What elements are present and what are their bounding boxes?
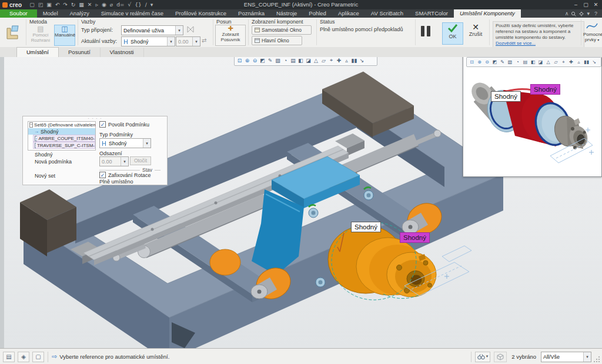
pomoci-rozhrani-button[interactable]: ▤ Pomocí Rozhraní — [28, 25, 53, 46]
spin-center-icon[interactable]: ✚ — [567, 59, 575, 65]
constraint-list-item[interactable]: Shodný — [35, 152, 53, 158]
offset-value-input[interactable]: 0.00▾ — [176, 36, 200, 46]
component-window[interactable]: ⊡ ⊕ ⊖ ◩ ✎ ▧ ◔ ▤ ◧ ◪ △ ▱ ⌖ ✚ ▵ ▮▮ ↘ — [463, 57, 602, 177]
open-icon[interactable]: ◰ — [38, 2, 44, 8]
odsazeni-input[interactable]: 0.00▾ — [99, 156, 129, 166]
preview-constraint-label-white[interactable]: Shodný — [491, 91, 521, 102]
pomocne-prvky-button[interactable]: Pomocnéprvky ▾ — [583, 20, 601, 42]
windows-icon[interactable]: ▦ — [79, 2, 84, 8]
typ-podminky-select[interactable]: Shodný▾ — [99, 138, 151, 148]
zafixovani-rotace-checkbox[interactable]: ✓ Zafixování Rotace — [99, 172, 151, 178]
regenerate-icon[interactable]: ↻ — [71, 2, 76, 8]
tab-av-scribatch[interactable]: AV ScriBatch — [365, 9, 409, 18]
measure-icon[interactable]: ⌀ — [110, 2, 113, 8]
window-toggle-icon[interactable]: ▢ — [32, 352, 44, 362]
select-items-button[interactable] — [494, 352, 507, 362]
flip-offset-icon[interactable]: ⇄ — [202, 38, 206, 44]
tree-row-reference-2[interactable]: TRAVERSE_SUP_C-ITSM- — [33, 142, 95, 149]
new-set-item[interactable]: Nový set — [35, 173, 55, 179]
maximize-button[interactable]: ▢ — [581, 2, 591, 8]
exit-fullscreen-icon[interactable]: ↘ — [358, 58, 366, 64]
tree-row-selected-constraint[interactable]: → Shodný — [28, 128, 95, 135]
datum-plane-display-icon[interactable]: ▱ — [320, 58, 327, 64]
relations-icon[interactable]: √ — [128, 2, 131, 8]
selection-filter-select[interactable]: All/Vše▾ — [541, 352, 591, 362]
manualne-button[interactable]: ◫ Manuálně — [54, 25, 75, 46]
web-browser-toggle-icon[interactable]: ◈ — [18, 352, 29, 362]
povolit-podminku-checkbox[interactable]: ✓ Povolit Podmínku — [99, 121, 149, 128]
hlavni-okno-button[interactable]: Hlavní Okno — [252, 36, 302, 45]
zoom-in-icon[interactable]: ⊕ — [476, 59, 483, 65]
tab-pohled[interactable]: Pohled — [303, 9, 332, 18]
annotation-display-icon[interactable]: ▵ — [343, 58, 350, 64]
datum-axis-display-icon[interactable]: ⌖ — [560, 59, 567, 65]
tab-analyzy[interactable]: Analýzy — [64, 9, 95, 18]
panel-drag-handle[interactable]: · · · · — [23, 116, 167, 121]
close-window-icon[interactable]: ✕ — [88, 2, 92, 8]
minimize-button[interactable]: – — [571, 2, 581, 8]
orientation-icon[interactable]: ◔ — [514, 59, 521, 65]
web-icon[interactable]: ◉ — [102, 2, 106, 8]
constraint-label-magenta[interactable]: Shodný — [400, 232, 430, 243]
perspective-icon[interactable]: △ — [544, 59, 552, 65]
pause-button[interactable] — [421, 26, 436, 39]
tab-soubor[interactable]: Soubor — [0, 9, 37, 18]
parameters-icon[interactable]: {} — [135, 2, 141, 8]
zoom-in-icon[interactable]: ⊕ — [243, 58, 251, 64]
tab-nastroje[interactable]: Nástroje — [270, 9, 303, 18]
sketch-display-icon[interactable]: ✎ — [499, 59, 506, 65]
tab-model[interactable]: Model — [37, 9, 64, 18]
typ-pripojeni-select[interactable]: Definované uživa▾ — [121, 25, 183, 35]
tab-simulace[interactable]: Simulace v reálném čase — [95, 9, 169, 18]
new-file-icon[interactable]: ▢ — [29, 2, 35, 8]
undo-icon[interactable]: ↶ — [55, 2, 60, 8]
repaint-icon[interactable]: ◩ — [491, 59, 499, 65]
zoom-out-icon[interactable]: ⊖ — [483, 59, 491, 65]
search-icon[interactable] — [571, 11, 576, 16]
redo-icon[interactable]: ↷ — [63, 2, 68, 8]
zoom-out-icon[interactable]: ⊖ — [251, 58, 259, 64]
tab-aplikace[interactable]: Aplikace — [332, 9, 365, 18]
saved-views-icon[interactable]: ▤ — [521, 59, 529, 65]
spin-center-icon[interactable]: ✚ — [335, 58, 343, 64]
pause-icon[interactable]: ▮▮ — [350, 58, 358, 64]
refit-icon[interactable]: ⊡ — [468, 59, 476, 65]
perspective-icon[interactable]: △ — [312, 58, 320, 64]
tab-profilove-konstrukce[interactable]: Profilové Konstrukce — [169, 9, 232, 18]
play-icon[interactable]: ▹ — [95, 2, 98, 8]
datum-axis-display-icon[interactable]: ⌖ — [327, 57, 335, 64]
collapse-ribbon-icon[interactable]: ∧ — [565, 11, 569, 16]
tree-row-set[interactable]: − Set65 (Definované uživatelem) — [28, 122, 95, 128]
bounding-box-icon[interactable]: ▧ — [274, 58, 282, 64]
bounding-box-icon[interactable]: ▧ — [506, 59, 514, 65]
aktualni-vazby-select[interactable]: Shodný▾ — [121, 36, 175, 46]
gear-icon[interactable] — [578, 11, 584, 16]
line-style-icon[interactable]: ∕ — [145, 2, 147, 8]
ok-button[interactable]: OK — [442, 22, 463, 45]
resize-grip[interactable] — [594, 355, 601, 362]
dimension-icon[interactable]: d= — [116, 2, 124, 8]
qat-overflow-icon[interactable]: ▾ — [150, 2, 153, 8]
graphics-area[interactable]: ⊡ ⊕ ⊖ ◩ ✎ ▧ ◔ ▤ ◧ ◪ △ ▱ ⌖ ✚ ▵ ▮▮ ↘ · · ·… — [0, 57, 602, 348]
new-constraint-item[interactable]: Nová podmínka — [35, 159, 72, 165]
repaint-icon[interactable]: ◩ — [259, 58, 266, 64]
saved-views-icon[interactable]: ▤ — [289, 58, 297, 64]
display-style-icon[interactable]: ◧ — [297, 58, 305, 64]
find-button[interactable]: ▾ — [475, 352, 491, 362]
help-icon[interactable]: ? — [594, 11, 597, 16]
tab-vlastnosti[interactable]: Vlastnosti — [101, 48, 144, 57]
section-icon[interactable]: ◪ — [305, 58, 312, 64]
annotation-display-icon[interactable]: ▵ — [575, 59, 583, 65]
pause-icon[interactable]: ▮▮ — [583, 59, 590, 65]
datum-plane-display-icon[interactable]: ▱ — [552, 59, 560, 65]
tab-poznamka[interactable]: Poznámka — [232, 9, 270, 18]
tab-umisteni[interactable]: Umístění — [16, 47, 59, 57]
close-button[interactable]: ✕ — [591, 2, 601, 8]
zrusit-button[interactable]: ✕ Zrušit — [464, 22, 487, 45]
coupling-preview-model[interactable] — [463, 66, 600, 175]
exit-fullscreen-icon[interactable]: ↘ — [590, 59, 598, 65]
section-icon[interactable]: ◪ — [537, 59, 544, 65]
refit-icon[interactable]: ⊡ — [236, 58, 243, 64]
samostatne-okno-button[interactable]: Samostatné Okno — [252, 25, 312, 35]
display-style-icon[interactable]: ◧ — [529, 59, 537, 65]
